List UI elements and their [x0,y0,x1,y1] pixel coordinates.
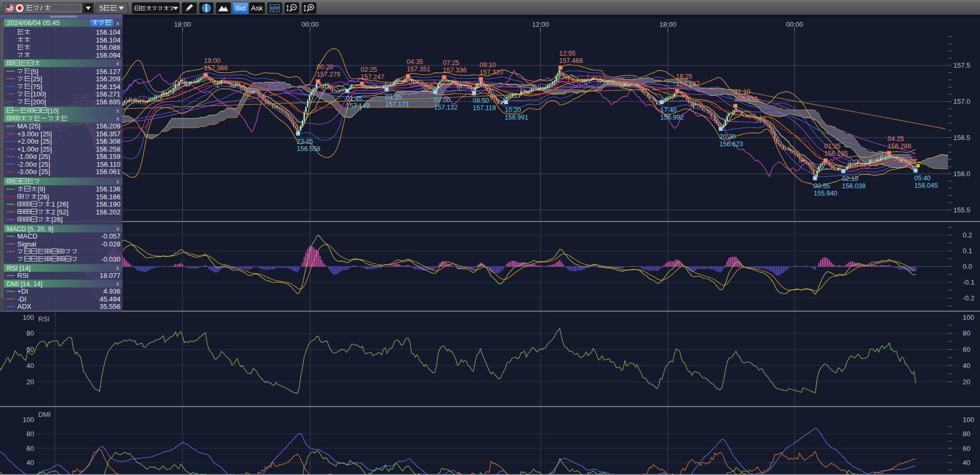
svg-text:156.992: 156.992 [660,114,684,121]
svg-text:00:55: 00:55 [814,182,830,190]
svg-text:157.468: 157.468 [559,57,583,64]
svg-text:01:45: 01:45 [346,95,362,102]
svg-text:-1.00σ [25]: -1.00σ [25] [17,153,50,160]
svg-text:18:00: 18:00 [174,20,191,28]
svg-text:x: x [116,265,119,271]
svg-text:156.190: 156.190 [96,200,120,208]
svg-text:157.0: 157.0 [953,98,971,105]
svg-text:80: 80 [963,329,970,337]
svg-text:20: 20 [27,378,34,386]
svg-text:DMI: DMI [38,411,51,418]
svg-text:156.038: 156.038 [842,182,866,190]
svg-text:157.171: 157.171 [386,101,409,108]
svg-text:157.310: 157.310 [480,69,503,76]
svg-text:156.154: 156.154 [96,83,120,91]
svg-text:156.045: 156.045 [915,182,938,189]
svg-text:156.258: 156.258 [96,145,120,153]
svg-text:[75]: [75] [31,83,42,91]
svg-text:156.288: 156.288 [888,143,911,150]
svg-text:40: 40 [963,362,970,370]
svg-text:09:10: 09:10 [480,61,496,69]
svg-text:100: 100 [23,314,34,321]
svg-text:0.2: 0.2 [963,231,972,239]
svg-text:03:35: 03:35 [386,93,402,101]
svg-text:80: 80 [27,430,34,438]
svg-text:12:00: 12:00 [532,20,549,28]
svg-text:-0.2: -0.2 [963,294,974,302]
svg-text:156.127: 156.127 [96,68,120,75]
svg-text:156.202: 156.202 [96,208,120,216]
svg-text:DMI [14, 14]: DMI [14, 14] [7,280,42,288]
svg-text:RSI [14]: RSI [14] [7,265,30,272]
svg-text:100: 100 [963,416,974,424]
svg-text:157.5: 157.5 [953,61,971,69]
svg-text:02:25: 02:25 [361,66,377,73]
svg-text:-0.030: -0.030 [101,255,120,263]
svg-text:60: 60 [27,445,34,452]
svg-text:04:25: 04:25 [888,135,904,143]
svg-text:157.149: 157.149 [346,102,370,110]
svg-text:156.695: 156.695 [96,98,120,106]
svg-text:156.308: 156.308 [96,137,120,145]
svg-text:x: x [116,60,119,67]
svg-text:156.623: 156.623 [720,141,743,148]
svg-text:156.159: 156.159 [96,153,120,160]
svg-text:18:25: 18:25 [676,73,692,80]
svg-text:RSI: RSI [17,272,29,279]
svg-text:x: x [116,280,119,287]
svg-text:157.132: 157.132 [434,104,458,111]
svg-text:4.936: 4.936 [103,287,120,295]
svg-text:5: 5 [100,4,104,12]
svg-text:+DI: +DI [17,287,28,295]
svg-text:x: x [116,115,119,122]
svg-text:40: 40 [27,459,34,467]
svg-text:156.110: 156.110 [96,160,120,168]
svg-text:40: 40 [963,459,970,467]
svg-text:08:50: 08:50 [473,97,489,104]
svg-text:20:30: 20:30 [720,133,736,141]
svg-text:157.119: 157.119 [473,104,496,112]
svg-text:156.094: 156.094 [96,51,120,59]
svg-text:Signal: Signal [17,240,36,248]
svg-text:[5]: [5] [31,68,38,75]
svg-text:x: x [116,20,119,26]
svg-text:07:00: 07:00 [434,96,450,104]
svg-text:[26]: [26] [38,193,49,201]
svg-text:-0.1: -0.1 [963,278,974,286]
svg-text:x: x [116,225,119,232]
svg-text:[9]: [9] [38,185,45,193]
svg-text:80: 80 [27,329,34,337]
svg-text:+2.00σ [25]: +2.00σ [25] [17,137,52,145]
svg-text:80: 80 [963,430,970,438]
svg-text:0.1: 0.1 [963,247,972,255]
svg-text:100: 100 [963,314,974,321]
svg-text:[100]: [100] [31,90,46,98]
svg-text:17:40: 17:40 [660,106,677,114]
svg-text:00:20: 00:20 [317,63,333,71]
svg-text:21:10: 21:10 [734,88,751,95]
svg-text:155.940: 155.940 [814,190,838,197]
svg-text:157.366: 157.366 [204,64,228,72]
svg-text:157.147: 157.147 [676,80,700,88]
svg-text:40: 40 [27,362,34,370]
svg-text:60: 60 [27,346,34,353]
svg-text:156.166: 156.166 [96,193,120,201]
svg-text:157.247: 157.247 [361,73,384,81]
svg-text:MA [25]: MA [25] [17,122,40,130]
svg-text:19:00: 19:00 [204,57,221,64]
svg-text:x: x [116,107,119,114]
svg-text:-3.00σ [25]: -3.00σ [25] [17,168,50,176]
svg-text:60: 60 [963,445,970,452]
svg-text:07:25: 07:25 [443,59,459,67]
svg-text:-DI: -DI [17,295,26,303]
svg-text:ADX: ADX [17,303,31,310]
svg-text:20: 20 [963,378,970,386]
svg-text:[25]: [25] [31,75,42,83]
svg-text:156.209: 156.209 [96,122,120,130]
svg-text:MACD [5, 20, 9]: MACD [5, 20, 9] [7,225,53,233]
svg-text:1 [26]: 1 [26] [51,200,69,208]
svg-text:100: 100 [23,416,34,424]
svg-text:12:55: 12:55 [559,50,576,57]
svg-text:RSI: RSI [38,315,50,323]
svg-text:156.104: 156.104 [96,36,120,44]
